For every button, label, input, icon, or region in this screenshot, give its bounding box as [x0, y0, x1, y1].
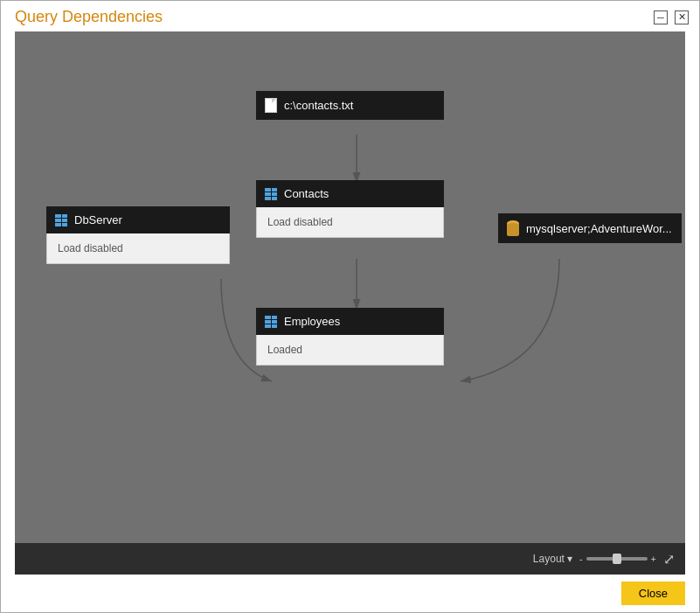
- title-bar: Query Dependencies ─ ✕: [1, 1, 699, 31]
- layout-dropdown-icon: ▾: [567, 553, 572, 565]
- mysql-header: mysqlserver;AdventureWor...: [498, 213, 682, 243]
- db-icon: [507, 220, 519, 236]
- dbserver-body: Load disabled: [46, 233, 230, 264]
- mysql-label: mysqlserver;AdventureWor...: [526, 222, 672, 235]
- employees-body: Loaded: [256, 335, 444, 366]
- employees-header: Employees: [256, 308, 444, 335]
- window-controls: ─ ✕: [654, 10, 689, 24]
- dbserver-node[interactable]: DbServer Load disabled: [46, 206, 230, 264]
- dbserver-header: DbServer: [46, 206, 230, 233]
- table-icon: [55, 214, 67, 226]
- fit-button[interactable]: ⤢: [663, 551, 675, 568]
- footer: Close: [1, 575, 699, 612]
- contacts-file-header: c:\contacts.txt: [256, 91, 444, 120]
- employees-label: Employees: [284, 315, 340, 328]
- contacts-file-node[interactable]: c:\contacts.txt: [256, 91, 444, 120]
- table-icon: [265, 188, 277, 200]
- dbserver-label: DbServer: [74, 213, 122, 226]
- contacts-body: Load disabled: [256, 207, 444, 238]
- layout-label: Layout: [533, 553, 565, 565]
- layout-button[interactable]: Layout ▾: [533, 553, 572, 565]
- zoom-thumb: [613, 554, 621, 564]
- table-icon: [265, 316, 277, 328]
- main-window: Query Dependencies ─ ✕: [0, 0, 700, 613]
- bottom-toolbar: Layout ▾ - + ⤢: [15, 543, 685, 575]
- minimize-button[interactable]: ─: [654, 10, 668, 24]
- mysql-node[interactable]: mysqlserver;AdventureWor...: [498, 213, 682, 243]
- zoom-slider[interactable]: [586, 557, 648, 561]
- zoom-bar: - +: [579, 554, 656, 564]
- contacts-header: Contacts: [256, 180, 444, 207]
- close-button[interactable]: Close: [621, 582, 685, 605]
- contacts-label: Contacts: [284, 187, 329, 200]
- zoom-plus[interactable]: +: [651, 554, 656, 564]
- diagram-canvas: c:\contacts.txt DbServer Load disabled: [15, 31, 685, 543]
- zoom-minus[interactable]: -: [579, 554, 583, 564]
- arrow-mysql-to-employees: [461, 259, 559, 381]
- employees-node[interactable]: Employees Loaded: [256, 308, 444, 366]
- close-window-button[interactable]: ✕: [675, 10, 689, 24]
- contacts-file-label: c:\contacts.txt: [284, 99, 353, 112]
- contacts-node[interactable]: Contacts Load disabled: [256, 180, 444, 238]
- window-title: Query Dependencies: [15, 8, 163, 26]
- file-icon: [265, 98, 277, 113]
